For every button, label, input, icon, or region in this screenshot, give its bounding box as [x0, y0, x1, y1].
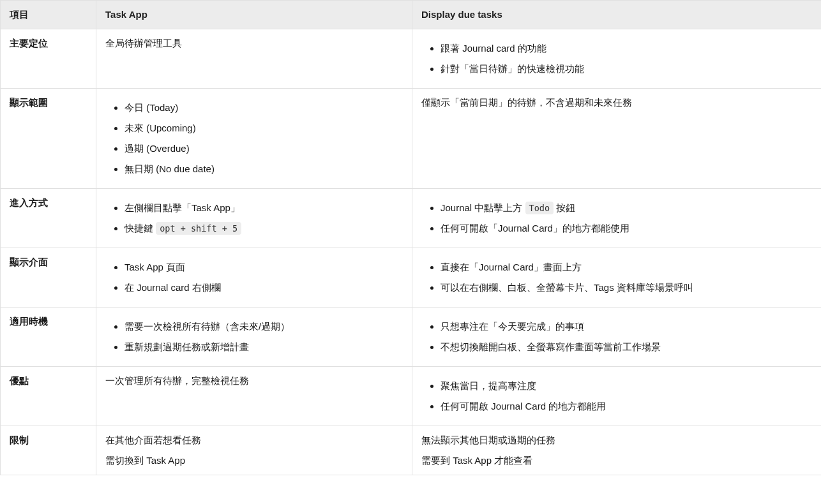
cell-taskapp: 在其他介面若想看任務 需切換到 Task App: [96, 426, 412, 475]
list-item: Task App 頁面: [124, 260, 403, 275]
cell-taskapp: 今日 (Today) 未來 (Upcoming) 過期 (Overdue) 無日…: [96, 89, 412, 189]
row-label: 進入方式: [1, 189, 96, 248]
comparison-table: 項目 Task App Display due tasks 主要定位 全局待辦管…: [0, 0, 821, 475]
list-item: 未來 (Upcoming): [124, 121, 403, 136]
header-display: Display due tasks: [412, 1, 822, 29]
list-item: 過期 (Overdue): [124, 141, 403, 156]
cell-display: Journal 中點擊上方 Todo 按鈕 任何可開啟「Journal Card…: [412, 189, 822, 248]
cell-display: 跟著 Journal card 的功能 針對「當日待辦」的快速檢視功能: [412, 29, 822, 89]
cell-taskapp: 需要一次檢視所有待辦（含未來/過期） 重新規劃過期任務或新增計畫: [96, 308, 412, 367]
list-item: 不想切換離開白板、全螢幕寫作畫面等當前工作場景: [441, 339, 812, 355]
table-row: 顯示範圍 今日 (Today) 未來 (Upcoming) 過期 (Overdu…: [1, 89, 822, 189]
list-item: 任何可開啟 Journal Card 的地方都能用: [441, 399, 812, 414]
row-label: 限制: [1, 426, 96, 475]
cell-display: 聚焦當日，提高專注度 任何可開啟 Journal Card 的地方都能用: [412, 367, 822, 426]
cell-taskapp: 一次管理所有待辦，完整檢視任務: [96, 367, 412, 426]
list-item: 針對「當日待辦」的快速檢視功能: [441, 61, 812, 77]
cell-display: 無法顯示其他日期或過期的任務 需要到 Task App 才能查看: [412, 426, 822, 475]
header-taskapp: Task App: [96, 1, 412, 29]
table-row: 優點 一次管理所有待辦，完整檢視任務 聚焦當日，提高專注度 任何可開啟 Jour…: [1, 367, 822, 426]
table-header-row: 項目 Task App Display due tasks: [1, 1, 822, 29]
list-item: 需要一次檢視所有待辦（含未來/過期）: [124, 319, 403, 334]
table-row: 進入方式 左側欄目點擊「Task App」 快捷鍵 opt + shift + …: [1, 189, 822, 248]
row-label: 主要定位: [1, 29, 96, 89]
cell-taskapp: Task App 頁面 在 Journal card 右側欄: [96, 248, 412, 308]
list-item: 聚焦當日，提高專注度: [441, 378, 812, 394]
list-item: 今日 (Today): [124, 100, 403, 115]
table-row: 適用時機 需要一次檢視所有待辦（含未來/過期） 重新規劃過期任務或新增計畫 只想…: [1, 308, 822, 367]
text-line: 無法顯示其他日期或過期的任務: [421, 433, 812, 448]
list-item: 直接在「Journal Card」畫面上方: [441, 260, 812, 275]
cell-taskapp: 左側欄目點擊「Task App」 快捷鍵 opt + shift + 5: [96, 189, 412, 248]
list-item: 無日期 (No due date): [124, 161, 403, 177]
list-item: 快捷鍵 opt + shift + 5: [124, 221, 403, 236]
list-item: 任何可開啟「Journal Card」的地方都能使用: [441, 221, 812, 236]
table-row: 主要定位 全局待辦管理工具 跟著 Journal card 的功能 針對「當日待…: [1, 29, 822, 89]
todo-button-code: Todo: [525, 202, 554, 214]
table-row: 限制 在其他介面若想看任務 需切換到 Task App 無法顯示其他日期或過期的…: [1, 426, 822, 475]
list-item: 跟著 Journal card 的功能: [441, 41, 812, 56]
text-line: 在其他介面若想看任務: [105, 433, 403, 448]
row-label: 適用時機: [1, 308, 96, 367]
list-item: 可以在右側欄、白板、全螢幕卡片、Tags 資料庫等場景呼叫: [441, 280, 812, 295]
text-line: 需要到 Task App 才能查看: [421, 453, 812, 468]
cell-display: 僅顯示「當前日期」的待辦，不含過期和未來任務: [412, 89, 822, 189]
row-label: 顯示介面: [1, 248, 96, 308]
list-item: 只想專注在「今天要完成」的事項: [441, 319, 812, 334]
list-item: Journal 中點擊上方 Todo 按鈕: [441, 200, 812, 216]
cell-display: 只想專注在「今天要完成」的事項 不想切換離開白板、全螢幕寫作畫面等當前工作場景: [412, 308, 822, 367]
row-label: 優點: [1, 367, 96, 426]
header-item: 項目: [1, 1, 96, 29]
list-item: 在 Journal card 右側欄: [124, 280, 403, 295]
text-line: 需切換到 Task App: [105, 453, 403, 468]
cell-taskapp: 全局待辦管理工具: [96, 29, 412, 89]
list-item: 重新規劃過期任務或新增計畫: [124, 339, 403, 355]
keyboard-shortcut: opt + shift + 5: [156, 222, 241, 235]
cell-display: 直接在「Journal Card」畫面上方 可以在右側欄、白板、全螢幕卡片、Ta…: [412, 248, 822, 308]
row-label: 顯示範圍: [1, 89, 96, 189]
table-row: 顯示介面 Task App 頁面 在 Journal card 右側欄 直接在「…: [1, 248, 822, 308]
list-item: 左側欄目點擊「Task App」: [124, 200, 403, 216]
